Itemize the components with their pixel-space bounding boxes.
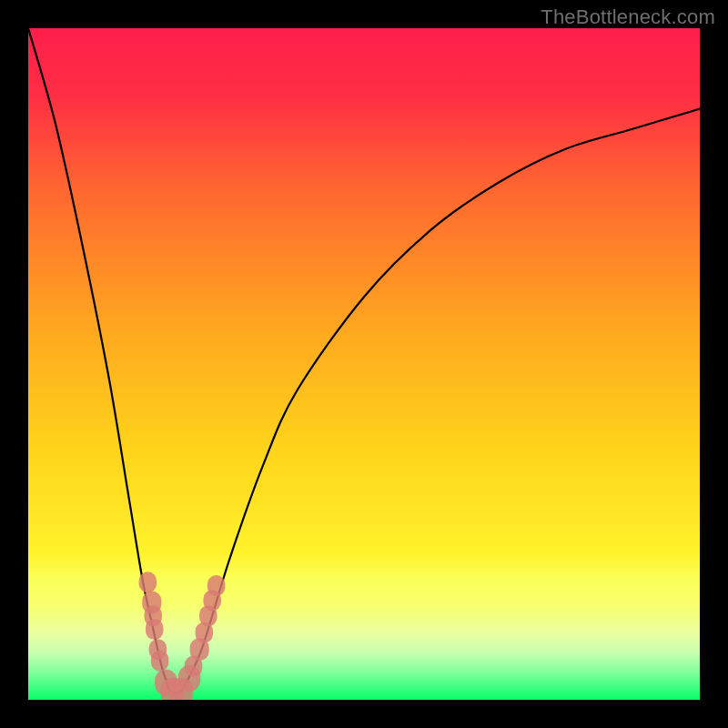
curve-marker — [151, 651, 168, 672]
chart-frame: TheBottleneck.com — [0, 0, 728, 728]
bottleneck-curve — [28, 28, 700, 693]
curve-marker — [139, 571, 157, 592]
curve-marker — [146, 619, 163, 640]
plot-area — [28, 28, 700, 700]
watermark-text: TheBottleneck.com — [541, 5, 715, 29]
curve-markers — [139, 571, 226, 700]
bottleneck-curve-svg — [28, 28, 700, 700]
curve-marker — [207, 575, 225, 596]
